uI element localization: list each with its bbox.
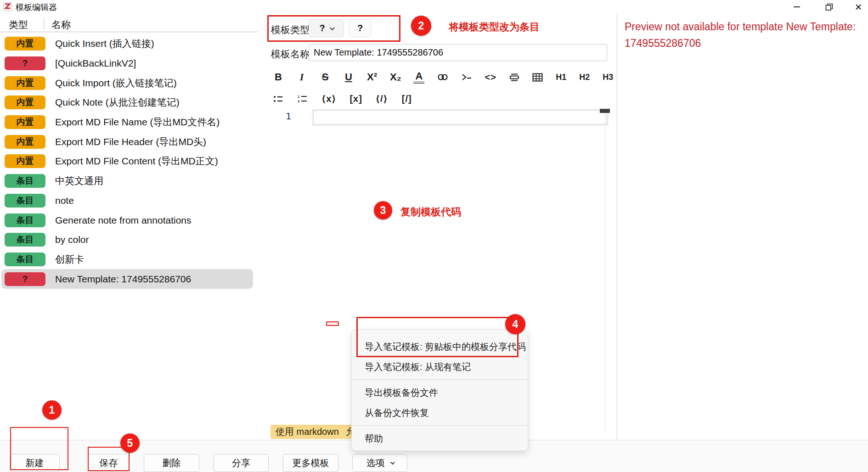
window-restore-icon xyxy=(825,3,833,11)
line-number: 1 xyxy=(286,111,291,122)
type-badge: 条目 xyxy=(5,174,45,188)
template-list-header: 类型 名称 xyxy=(0,17,258,32)
blockquote-icon[interactable] xyxy=(461,69,472,85)
close-button[interactable]: × xyxy=(848,0,868,14)
list-item[interactable]: 条目 note xyxy=(0,191,258,211)
column-separator xyxy=(44,17,44,30)
bold-icon[interactable]: B xyxy=(273,69,284,85)
svg-text:2: 2 xyxy=(298,99,300,103)
app-logo-icon xyxy=(3,2,12,11)
menu-separator xyxy=(352,425,528,426)
markdown-mode-badge[interactable]: 使用 markdown xyxy=(271,425,344,439)
code-editor-active-line[interactable] xyxy=(313,110,607,124)
svg-text:1: 1 xyxy=(298,95,300,99)
menu-separator xyxy=(352,379,528,380)
template-name-input[interactable] xyxy=(309,44,607,61)
template-name-label: 模板名称 xyxy=(271,48,310,61)
delete-button[interactable]: 删除 xyxy=(144,454,199,472)
type-badge: ? xyxy=(5,272,45,286)
header-divider xyxy=(0,32,258,32)
italic-icon[interactable]: I xyxy=(296,69,307,85)
annotation-circle-2: 2 xyxy=(411,16,431,36)
column-header-name[interactable]: 名称 xyxy=(51,18,71,31)
window-title: 模板编辑器 xyxy=(16,2,57,13)
menu-item-import-from-clipboard[interactable]: 导入笔记模板: 剪贴板中的模板分享代码 xyxy=(352,337,528,357)
underline-icon[interactable]: U xyxy=(343,69,354,85)
strikethrough-icon[interactable]: S xyxy=(320,69,331,85)
numbered-list-icon[interactable]: 1 2 xyxy=(297,91,308,107)
link-icon[interactable] xyxy=(437,69,449,85)
type-badge: ? xyxy=(5,56,45,70)
close-icon: × xyxy=(855,2,862,11)
template-type-select[interactable]: ? xyxy=(309,19,344,37)
annotation-circle-4: 4 xyxy=(505,314,525,334)
heading1-icon[interactable]: H1 xyxy=(556,69,567,85)
options-context-menu: 导入笔记模板: 剪贴板中的模板分享代码 导入笔记模板: 从现有笔记 导出模板备份… xyxy=(351,329,528,451)
bullet-list-icon[interactable] xyxy=(273,91,284,107)
inline-code-icon[interactable]: <> xyxy=(485,69,496,85)
list-item[interactable]: 内置 Quick Insert (插入链接) xyxy=(0,34,258,54)
list-item[interactable]: 条目 by color xyxy=(0,230,258,250)
text-color-icon[interactable]: A xyxy=(413,71,424,84)
annotation-dash-marker xyxy=(326,321,339,326)
list-item[interactable]: ? [QuickBackLinkV2] xyxy=(0,54,258,73)
column-header-type[interactable]: 类型 xyxy=(9,18,28,31)
type-badge: 条目 xyxy=(5,253,45,266)
template-editor-window: 模板编辑器 × 类型 名称 内置 Quick Insert (插入链接) ? [… xyxy=(0,0,868,472)
type-badge: 条目 xyxy=(5,214,45,227)
menu-item-help[interactable]: 帮助 xyxy=(352,428,528,449)
share-button[interactable]: 分享 xyxy=(214,454,269,472)
list-item[interactable]: 内置 Quick Import (嵌入链接笔记) xyxy=(0,73,258,93)
table-icon[interactable] xyxy=(532,69,543,85)
list-item[interactable]: 内置 Export MD File Name (导出MD文件名) xyxy=(0,112,258,132)
list-item[interactable]: 条目 中英文通用 xyxy=(0,171,258,191)
type-badge: 内置 xyxy=(5,96,45,109)
options-button[interactable]: 选项 xyxy=(352,454,407,472)
type-badge: 条目 xyxy=(5,233,45,247)
type-badge: 内置 xyxy=(5,135,45,149)
panel-divider xyxy=(617,14,617,440)
menu-item-export-backup[interactable]: 导出模板备份文件 xyxy=(352,382,528,403)
subscript-icon[interactable]: X₂ xyxy=(390,69,401,85)
type-badge: 内置 xyxy=(5,115,45,129)
list-item[interactable]: 内置 Quick Note (从批注创建笔记) xyxy=(0,93,258,112)
annotation-circle-5: 5 xyxy=(120,433,140,453)
bracket-variable-icon[interactable]: [x] xyxy=(349,91,362,107)
annotation-circle-1: 1 xyxy=(42,400,62,420)
type-badge: 内置 xyxy=(5,76,45,90)
editor-scrollbar-track[interactable] xyxy=(605,109,605,431)
insert-toolbar: 1 2 ⟨x⟩ [x] ⟨/⟩ [/] xyxy=(273,91,412,107)
type-badge: 条目 xyxy=(5,194,45,208)
bracket-slash-icon[interactable]: [/] xyxy=(401,91,412,107)
horizontal-rule-icon[interactable] xyxy=(509,69,520,85)
template-type-help-button[interactable]: ? xyxy=(349,19,371,37)
superscript-icon[interactable]: X² xyxy=(366,69,378,85)
type-badge: 内置 xyxy=(5,154,45,168)
list-item-selected[interactable]: ? New Template: 1749555286706 xyxy=(1,269,253,289)
angle-slash-icon[interactable]: ⟨/⟩ xyxy=(376,91,388,107)
format-toolbar: B I S U X² X₂ A <> xyxy=(273,68,614,86)
menu-item-restore-backup[interactable]: 从备份文件恢复 xyxy=(352,403,528,423)
preview-message: Preview not available for template New T… xyxy=(625,18,861,51)
save-button[interactable]: 保存 xyxy=(88,454,129,472)
angle-variable-icon[interactable]: ⟨x⟩ xyxy=(321,91,336,107)
type-badge: 内置 xyxy=(5,37,45,51)
more-templates-button[interactable]: 更多模板 xyxy=(283,454,338,472)
list-item[interactable]: 条目 Generate note from annotations xyxy=(0,210,258,230)
heading3-icon[interactable]: H3 xyxy=(603,69,614,85)
template-list: 内置 Quick Insert (插入链接) ? [QuickBackLinkV… xyxy=(0,34,258,289)
new-button[interactable]: 新建 xyxy=(10,454,60,472)
list-item[interactable]: 条目 创新卡 xyxy=(0,250,258,270)
title-bar: 模板编辑器 × xyxy=(0,0,868,14)
heading2-icon[interactable]: H2 xyxy=(579,69,590,85)
annotation-circle-3: 3 xyxy=(374,201,392,219)
chevron-down-icon xyxy=(329,25,334,30)
restore-button[interactable] xyxy=(818,0,840,14)
editor-scrollbar-thumb[interactable] xyxy=(600,109,610,113)
annotation-text-step2: 将模板类型改为条目 xyxy=(449,20,540,34)
menu-item-import-from-note[interactable]: 导入笔记模板: 从现有笔记 xyxy=(352,357,528,377)
list-item[interactable]: 内置 Export MD File Header (导出MD头) xyxy=(0,132,258,152)
list-item[interactable]: 内置 Export MD File Content (导出MD正文) xyxy=(0,152,258,171)
minimize-button[interactable] xyxy=(786,0,807,14)
template-type-label: 模板类型 xyxy=(271,23,310,36)
